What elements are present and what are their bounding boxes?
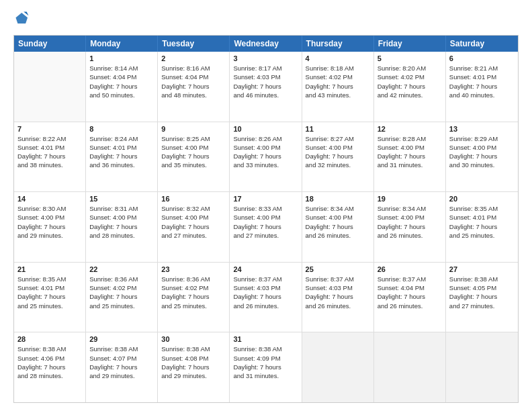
day-info: Sunrise: 8:31 AM Sunset: 4:00 PM Dayligh… xyxy=(89,204,154,240)
day-info: Sunrise: 8:26 AM Sunset: 4:00 PM Dayligh… xyxy=(233,134,298,170)
day-cell-8: 8Sunrise: 8:24 AM Sunset: 4:01 PM Daylig… xyxy=(86,122,158,192)
calendar: SundayMondayTuesdayWednesdayThursdayFrid… xyxy=(13,35,519,403)
day-number: 23 xyxy=(161,265,226,273)
day-number: 9 xyxy=(161,125,226,133)
day-info: Sunrise: 8:27 AM Sunset: 4:00 PM Dayligh… xyxy=(306,134,370,170)
day-info: Sunrise: 8:34 AM Sunset: 4:00 PM Dayligh… xyxy=(378,204,442,240)
day-number: 4 xyxy=(306,54,370,62)
day-cell-6: 6Sunrise: 8:21 AM Sunset: 4:01 PM Daylig… xyxy=(446,52,518,122)
day-cell-3: 3Sunrise: 8:17 AM Sunset: 4:03 PM Daylig… xyxy=(230,52,302,122)
day-info: Sunrise: 8:35 AM Sunset: 4:01 PM Dayligh… xyxy=(17,275,82,310)
day-info: Sunrise: 8:32 AM Sunset: 4:00 PM Dayligh… xyxy=(161,204,226,240)
day-info: Sunrise: 8:37 AM Sunset: 4:03 PM Dayligh… xyxy=(306,275,370,310)
day-info: Sunrise: 8:21 AM Sunset: 4:01 PM Dayligh… xyxy=(449,64,515,99)
day-info: Sunrise: 8:38 AM Sunset: 4:07 PM Dayligh… xyxy=(89,345,154,380)
day-cell-27: 27Sunrise: 8:38 AM Sunset: 4:05 PM Dayli… xyxy=(446,263,518,332)
day-number: 30 xyxy=(161,335,226,343)
day-number: 24 xyxy=(233,265,298,273)
day-number: 12 xyxy=(378,125,442,133)
day-cell-7: 7Sunrise: 8:22 AM Sunset: 4:01 PM Daylig… xyxy=(14,122,86,192)
day-info: Sunrise: 8:28 AM Sunset: 4:00 PM Dayligh… xyxy=(378,134,442,170)
day-number: 18 xyxy=(306,195,370,203)
day-info: Sunrise: 8:35 AM Sunset: 4:01 PM Dayligh… xyxy=(449,204,515,240)
page: SundayMondayTuesdayWednesdayThursdayFrid… xyxy=(0,0,532,411)
day-cell-31: 31Sunrise: 8:38 AM Sunset: 4:09 PM Dayli… xyxy=(230,332,302,402)
day-cell-12: 12Sunrise: 8:28 AM Sunset: 4:00 PM Dayli… xyxy=(374,122,446,192)
day-number: 10 xyxy=(233,125,298,133)
day-cell-17: 17Sunrise: 8:33 AM Sunset: 4:00 PM Dayli… xyxy=(230,192,302,262)
day-cell-15: 15Sunrise: 8:31 AM Sunset: 4:00 PM Dayli… xyxy=(86,192,158,262)
day-number: 21 xyxy=(17,265,82,273)
day-cell-29: 29Sunrise: 8:38 AM Sunset: 4:07 PM Dayli… xyxy=(86,332,158,402)
day-number: 25 xyxy=(306,265,370,273)
day-number: 11 xyxy=(306,125,370,133)
day-cell-5: 5Sunrise: 8:20 AM Sunset: 4:02 PM Daylig… xyxy=(374,52,446,122)
day-info: Sunrise: 8:30 AM Sunset: 4:00 PM Dayligh… xyxy=(17,204,82,240)
day-info: Sunrise: 8:36 AM Sunset: 4:02 PM Dayligh… xyxy=(89,275,154,310)
logo-icon xyxy=(15,11,30,26)
day-cell-13: 13Sunrise: 8:29 AM Sunset: 4:00 PM Dayli… xyxy=(446,122,518,192)
day-info: Sunrise: 8:38 AM Sunset: 4:09 PM Dayligh… xyxy=(233,345,298,380)
day-cell-9: 9Sunrise: 8:25 AM Sunset: 4:00 PM Daylig… xyxy=(158,122,230,192)
day-info: Sunrise: 8:20 AM Sunset: 4:02 PM Dayligh… xyxy=(378,64,442,99)
header-day-monday: Monday xyxy=(86,36,158,52)
logo xyxy=(13,11,30,28)
day-info: Sunrise: 8:14 AM Sunset: 4:04 PM Dayligh… xyxy=(89,64,154,99)
empty-cell xyxy=(302,332,374,402)
day-info: Sunrise: 8:38 AM Sunset: 4:06 PM Dayligh… xyxy=(17,345,82,380)
day-info: Sunrise: 8:38 AM Sunset: 4:05 PM Dayligh… xyxy=(449,275,515,310)
day-cell-22: 22Sunrise: 8:36 AM Sunset: 4:02 PM Dayli… xyxy=(86,263,158,332)
day-number: 22 xyxy=(89,265,154,273)
day-number: 16 xyxy=(161,195,226,203)
day-number: 13 xyxy=(449,125,515,133)
day-info: Sunrise: 8:22 AM Sunset: 4:01 PM Dayligh… xyxy=(17,134,82,170)
calendar-week-4: 21Sunrise: 8:35 AM Sunset: 4:01 PM Dayli… xyxy=(14,263,518,333)
day-cell-24: 24Sunrise: 8:37 AM Sunset: 4:03 PM Dayli… xyxy=(230,263,302,332)
calendar-week-5: 28Sunrise: 8:38 AM Sunset: 4:06 PM Dayli… xyxy=(14,332,518,402)
day-cell-2: 2Sunrise: 8:16 AM Sunset: 4:04 PM Daylig… xyxy=(158,52,230,122)
day-cell-30: 30Sunrise: 8:38 AM Sunset: 4:08 PM Dayli… xyxy=(158,332,230,402)
day-cell-21: 21Sunrise: 8:35 AM Sunset: 4:01 PM Dayli… xyxy=(14,263,86,332)
day-cell-1: 1Sunrise: 8:14 AM Sunset: 4:04 PM Daylig… xyxy=(86,52,158,122)
calendar-week-3: 14Sunrise: 8:30 AM Sunset: 4:00 PM Dayli… xyxy=(14,192,518,263)
day-info: Sunrise: 8:36 AM Sunset: 4:02 PM Dayligh… xyxy=(161,275,226,310)
svg-marker-0 xyxy=(15,13,28,24)
day-number: 5 xyxy=(378,54,442,62)
day-info: Sunrise: 8:37 AM Sunset: 4:03 PM Dayligh… xyxy=(233,275,298,310)
day-number: 1 xyxy=(89,54,154,62)
header-day-tuesday: Tuesday xyxy=(158,36,230,52)
day-number: 20 xyxy=(449,195,515,203)
header-day-thursday: Thursday xyxy=(302,36,374,52)
calendar-week-1: 1Sunrise: 8:14 AM Sunset: 4:04 PM Daylig… xyxy=(14,52,518,122)
calendar-header: SundayMondayTuesdayWednesdayThursdayFrid… xyxy=(14,36,518,52)
day-info: Sunrise: 8:16 AM Sunset: 4:04 PM Dayligh… xyxy=(161,64,226,99)
day-cell-23: 23Sunrise: 8:36 AM Sunset: 4:02 PM Dayli… xyxy=(158,263,230,332)
day-number: 6 xyxy=(449,54,515,62)
day-cell-11: 11Sunrise: 8:27 AM Sunset: 4:00 PM Dayli… xyxy=(302,122,374,192)
empty-cell xyxy=(14,52,86,122)
calendar-body: 1Sunrise: 8:14 AM Sunset: 4:04 PM Daylig… xyxy=(14,52,518,402)
day-info: Sunrise: 8:29 AM Sunset: 4:00 PM Dayligh… xyxy=(449,134,515,170)
day-cell-28: 28Sunrise: 8:38 AM Sunset: 4:06 PM Dayli… xyxy=(14,332,86,402)
day-number: 31 xyxy=(233,335,298,343)
day-cell-4: 4Sunrise: 8:18 AM Sunset: 4:02 PM Daylig… xyxy=(302,52,374,122)
day-cell-14: 14Sunrise: 8:30 AM Sunset: 4:00 PM Dayli… xyxy=(14,192,86,262)
day-number: 3 xyxy=(233,54,298,62)
day-cell-25: 25Sunrise: 8:37 AM Sunset: 4:03 PM Dayli… xyxy=(302,263,374,332)
empty-cell xyxy=(446,332,518,402)
day-info: Sunrise: 8:24 AM Sunset: 4:01 PM Dayligh… xyxy=(89,134,154,170)
day-number: 2 xyxy=(161,54,226,62)
day-number: 19 xyxy=(378,195,442,203)
day-info: Sunrise: 8:37 AM Sunset: 4:04 PM Dayligh… xyxy=(378,275,442,310)
header xyxy=(13,11,519,28)
day-number: 14 xyxy=(17,195,82,203)
header-day-sunday: Sunday xyxy=(14,36,86,52)
day-info: Sunrise: 8:38 AM Sunset: 4:08 PM Dayligh… xyxy=(161,345,226,380)
calendar-week-2: 7Sunrise: 8:22 AM Sunset: 4:01 PM Daylig… xyxy=(14,122,518,193)
empty-cell xyxy=(374,332,446,402)
day-cell-19: 19Sunrise: 8:34 AM Sunset: 4:00 PM Dayli… xyxy=(374,192,446,262)
day-info: Sunrise: 8:25 AM Sunset: 4:00 PM Dayligh… xyxy=(161,134,226,170)
day-number: 29 xyxy=(89,335,154,343)
day-number: 26 xyxy=(378,265,442,273)
day-cell-26: 26Sunrise: 8:37 AM Sunset: 4:04 PM Dayli… xyxy=(374,263,446,332)
